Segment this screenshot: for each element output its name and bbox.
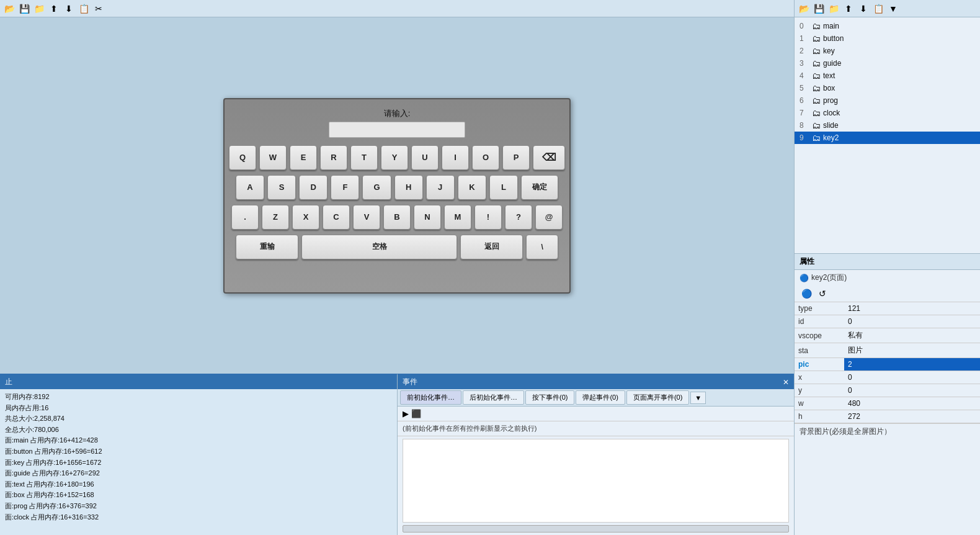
events-stop-btn[interactable]: ⬛ — [411, 409, 421, 418]
key-Y[interactable]: Y — [381, 145, 408, 170]
key-at[interactable]: @ — [535, 205, 563, 230]
toolbar-folder-btn[interactable]: 📁 — [32, 2, 46, 16]
key-K[interactable]: K — [458, 175, 486, 200]
right-tb-more[interactable]: ▼ — [886, 2, 900, 16]
input-label: 请输入: — [384, 108, 411, 119]
events-panel: 事件 ✕ 前初始化事件…后初始化事件…按下事件(0)弹起事件(0)页面离开事件(… — [397, 374, 794, 535]
key-D[interactable]: D — [299, 175, 327, 200]
key-dot[interactable]: . — [231, 205, 259, 230]
key-O[interactable]: O — [472, 145, 499, 170]
key-exclaim[interactable]: ! — [474, 205, 502, 230]
properties-title: 属性 — [795, 254, 980, 270]
right-tb-save[interactable]: 💾 — [812, 2, 826, 16]
key-backslash[interactable]: \ — [526, 235, 558, 259]
toolbar-up-btn[interactable]: ⬆ — [47, 2, 61, 16]
key-row-2: A S D F G H J K L 确定 — [236, 175, 558, 200]
tree-item-text[interactable]: 4🗂text — [795, 70, 980, 82]
key-N[interactable]: N — [414, 205, 441, 230]
key-row-1: Q W E R T Y U I O P ⌫ — [236, 145, 558, 170]
key-back[interactable]: 返回 — [460, 235, 523, 259]
event-tab-_______0_[interactable]: 页面离开事件(0) — [626, 390, 689, 405]
events-tabs: 前初始化事件…后初始化事件…按下事件(0)弹起事件(0)页面离开事件(0)▼ — [398, 389, 794, 407]
right-tb-folder[interactable]: 📁 — [827, 2, 840, 16]
key-reset[interactable]: 重输 — [236, 235, 298, 259]
events-close[interactable]: ✕ — [783, 378, 789, 387]
key-U[interactable]: U — [411, 145, 439, 170]
key-Q[interactable]: Q — [229, 145, 256, 170]
key-V[interactable]: V — [353, 205, 380, 230]
right-tb-up[interactable]: ⬆ — [842, 2, 855, 16]
bg-label: 背景图片(必须是全屏图片） — [795, 423, 980, 439]
event-tab-dropdown[interactable]: ▼ — [690, 392, 706, 404]
event-tab-_____0_[interactable]: 按下事件(0) — [525, 390, 574, 405]
key-W[interactable]: W — [259, 145, 287, 170]
prop-page-icon: 🔵 — [800, 274, 809, 282]
key-row-bottom: 重输 空格 返回 \ — [236, 235, 558, 259]
tree-item-key[interactable]: 2🗂key — [795, 45, 980, 57]
right-panel: 📂 💾 📁 ⬆ ⬇ 📋 ▼ 0🗂main1🗂button2🗂key3🗂guide… — [794, 0, 980, 535]
toolbar-copy-btn[interactable]: 📋 — [77, 2, 91, 16]
event-tab-_______[interactable]: 后初始化事件… — [463, 390, 524, 405]
right-toolbar: 📂 💾 📁 ⬆ ⬇ 📋 ▼ — [795, 0, 980, 17]
key-H[interactable]: H — [394, 175, 423, 200]
key-F[interactable]: F — [331, 175, 359, 200]
key-P[interactable]: P — [502, 145, 530, 170]
prop-icon-refresh[interactable]: ↺ — [816, 287, 829, 300]
key-Z[interactable]: Z — [262, 205, 289, 230]
toolbar-cut-btn[interactable]: ✂ — [92, 2, 105, 16]
key-I[interactable]: I — [442, 145, 469, 170]
key-E[interactable]: E — [290, 145, 317, 170]
key-X[interactable]: X — [292, 205, 319, 230]
properties-subtitle: 🔵 key2(页面) — [795, 270, 980, 285]
tree-item-prog[interactable]: 6🗂prog — [795, 94, 980, 107]
prop-row-vscope: vscope私有 — [795, 328, 980, 343]
key-B[interactable]: B — [383, 205, 411, 230]
key-T[interactable]: T — [350, 145, 378, 170]
key-J[interactable]: J — [426, 175, 455, 200]
events-toolbar: ▶ ⬛ — [398, 407, 794, 421]
prop-icon-page[interactable]: 🔵 — [800, 287, 813, 300]
key-M[interactable]: M — [444, 205, 471, 230]
key-backspace[interactable]: ⌫ — [533, 145, 565, 170]
toolbar-down-btn[interactable]: ⬇ — [62, 2, 76, 16]
events-hint: (前初始化事件在所有控件刷新显示之前执行) — [398, 421, 794, 436]
prop-row-pic: pic2 — [795, 358, 980, 371]
events-hscrollbar[interactable] — [403, 525, 789, 533]
prop-row-w: w480 — [795, 397, 980, 410]
input-section: 请输入: — [236, 108, 558, 138]
key-L[interactable]: L — [489, 175, 518, 200]
events-scrollbar-row — [398, 525, 794, 535]
key-R[interactable]: R — [320, 145, 347, 170]
tree-item-key2[interactable]: 9🗂key2 — [795, 132, 980, 144]
events-code-area[interactable] — [403, 439, 789, 523]
prop-icon-bar: 🔵 ↺ — [795, 285, 980, 302]
key-confirm[interactable]: 确定 — [521, 175, 558, 200]
tree-item-box[interactable]: 5🗂box — [795, 82, 980, 94]
key-G[interactable]: G — [362, 175, 391, 200]
key-C[interactable]: C — [323, 205, 350, 230]
key-space[interactable]: 空格 — [301, 235, 457, 259]
tree-item-clock[interactable]: 7🗂clock — [795, 107, 980, 119]
prop-row-type: type121 — [795, 302, 980, 315]
prop-row-x: x0 — [795, 371, 980, 384]
toolbar-open-btn[interactable]: 📂 — [2, 2, 16, 16]
input-field[interactable] — [329, 122, 465, 138]
events-title: 事件 ✕ — [398, 375, 794, 389]
right-tb-open[interactable]: 📂 — [797, 2, 811, 16]
key-S[interactable]: S — [267, 175, 296, 200]
tree-item-main[interactable]: 0🗂main — [795, 20, 980, 32]
prop-row-y: y0 — [795, 384, 980, 397]
event-tab-_______[interactable]: 前初始化事件… — [400, 390, 461, 405]
key-A[interactable]: A — [236, 175, 264, 200]
keyboard-widget: 请输入: Q W E R T Y U I O P ⌫ A S D F G H J… — [223, 98, 571, 294]
right-tb-copy[interactable]: 📋 — [871, 2, 885, 16]
key-question[interactable]: ? — [505, 205, 532, 230]
right-tb-down[interactable]: ⬇ — [857, 2, 870, 16]
tree-item-button[interactable]: 1🗂button — [795, 32, 980, 45]
tree-item-slide[interactable]: 8🗂slide — [795, 119, 980, 132]
toolbar-save-btn[interactable]: 💾 — [17, 2, 31, 16]
event-tab-_____0_[interactable]: 弹起事件(0) — [576, 390, 625, 405]
tree-item-guide[interactable]: 3🗂guide — [795, 57, 980, 70]
events-run-btn[interactable]: ▶ — [403, 409, 409, 418]
key-row-3: . Z X C V B N M ! ? @ — [236, 205, 558, 230]
